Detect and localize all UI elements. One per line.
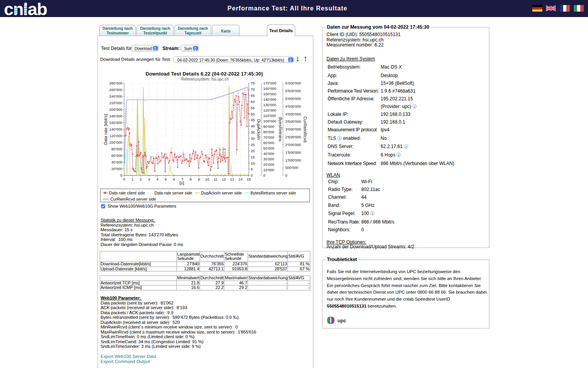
- svg-text:13: 13: [230, 177, 234, 181]
- svg-text:ByesRetrans: ByesRetrans: [278, 117, 283, 142]
- svg-text:120'000: 120'000: [109, 134, 122, 138]
- svg-text:3'000'000: 3'000'000: [285, 127, 301, 131]
- svg-text:20'000: 20'000: [111, 167, 122, 171]
- svg-text:100'000: 100'000: [263, 119, 277, 123]
- svg-text:0: 0: [123, 177, 125, 181]
- svg-text:DupAcksIn: DupAcksIn: [256, 119, 261, 139]
- svg-text:6'000'000: 6'000'000: [285, 81, 301, 85]
- svg-text:4: 4: [156, 177, 158, 181]
- svg-text:11: 11: [214, 177, 217, 181]
- svg-text:5: 5: [165, 177, 167, 181]
- svg-text:80'000: 80'000: [111, 147, 122, 151]
- svg-text:0: 0: [263, 173, 265, 177]
- svg-text:160'000: 160'000: [263, 86, 277, 91]
- svg-text:CurRwinRcvd: CurRwinRcvd: [303, 116, 308, 142]
- svg-text:140'000: 140'000: [263, 97, 277, 101]
- svg-text:100'000: 100'000: [109, 140, 122, 144]
- svg-text:1: 1: [132, 177, 133, 181]
- svg-text:40'000: 40'000: [263, 151, 274, 156]
- svg-text:8: 8: [190, 177, 191, 181]
- svg-text:60: 60: [251, 100, 255, 104]
- svg-text:140'000: 140'000: [109, 127, 122, 131]
- svg-text:170'000: 170'000: [263, 81, 277, 85]
- svg-text:280'000: 280'000: [109, 81, 122, 85]
- svg-text:12: 12: [222, 177, 226, 181]
- svg-text:14: 14: [238, 177, 243, 181]
- svg-text:55: 55: [251, 106, 255, 110]
- svg-text:1'000'000: 1'000'000: [285, 158, 301, 162]
- svg-text:50'000: 50'000: [263, 146, 274, 150]
- svg-text:130'000: 130'000: [263, 103, 277, 107]
- svg-text:Data rate [kbit/s]: Data rate [kbit/s]: [103, 114, 108, 145]
- svg-text:4'500'000: 4'500'000: [285, 104, 301, 108]
- svg-text:45: 45: [251, 118, 255, 122]
- svg-text:260'000: 260'000: [109, 88, 122, 92]
- svg-text:160'000: 160'000: [109, 120, 122, 125]
- svg-text:15: 15: [251, 155, 255, 159]
- svg-text:6: 6: [173, 177, 175, 181]
- svg-text:3'500'000: 3'500'000: [285, 119, 301, 124]
- svg-text:50: 50: [251, 112, 255, 116]
- svg-text:40'000: 40'000: [111, 160, 122, 164]
- svg-text:5: 5: [251, 167, 253, 171]
- svg-text:30'000: 30'000: [263, 157, 274, 161]
- svg-text:2: 2: [140, 177, 142, 181]
- svg-text:0: 0: [285, 173, 287, 177]
- svg-text:1'500'000: 1'500'000: [285, 150, 301, 155]
- svg-text:5'000'000: 5'000'000: [285, 96, 301, 101]
- svg-text:110'000: 110'000: [263, 113, 276, 118]
- svg-text:90'000: 90'000: [263, 124, 274, 129]
- svg-text:9: 9: [198, 177, 200, 181]
- svg-text:60'000: 60'000: [263, 141, 274, 145]
- svg-text:Download Test Details 6.22 (04: Download Test Details 6.22 (04-02-2022 1…: [145, 71, 263, 77]
- svg-text:240'000: 240'000: [109, 94, 122, 98]
- svg-text:20: 20: [251, 149, 255, 153]
- svg-text:15: 15: [247, 177, 251, 181]
- svg-text:4'000'000: 4'000'000: [285, 112, 301, 116]
- svg-text:10'000: 10'000: [263, 168, 274, 172]
- svg-text:220'000: 220'000: [109, 101, 122, 105]
- svg-text:5'500'000: 5'500'000: [285, 89, 301, 93]
- svg-text:65: 65: [251, 93, 255, 98]
- svg-text:40: 40: [251, 124, 255, 128]
- svg-text:500'000: 500'000: [285, 165, 299, 170]
- svg-text:25: 25: [251, 143, 255, 147]
- svg-text:Referenzsystem: hsi.upc.ch: Referenzsystem: hsi.upc.ch: [181, 77, 229, 81]
- svg-text:70'000: 70'000: [263, 135, 274, 139]
- svg-text:180'000: 180'000: [109, 114, 122, 118]
- svg-text:35: 35: [251, 130, 255, 134]
- svg-text:120'000: 120'000: [263, 108, 277, 112]
- svg-text:200'000: 200'000: [109, 107, 122, 112]
- svg-text:2'500'000: 2'500'000: [285, 135, 301, 139]
- svg-text:70: 70: [251, 87, 255, 91]
- svg-text:60'000: 60'000: [111, 153, 122, 158]
- svg-text:150'000: 150'000: [263, 92, 277, 96]
- svg-text:0: 0: [120, 173, 122, 177]
- svg-text:75: 75: [251, 81, 255, 85]
- svg-text:0: 0: [251, 173, 253, 177]
- svg-text:10: 10: [251, 161, 255, 165]
- svg-text:2'000'000: 2'000'000: [285, 143, 301, 147]
- svg-text:20'000: 20'000: [263, 162, 274, 167]
- svg-text:[s]: [s]: [179, 181, 184, 185]
- svg-text:3: 3: [148, 177, 150, 181]
- svg-text:80'000: 80'000: [263, 130, 274, 134]
- svg-text:30: 30: [251, 136, 255, 141]
- svg-text:10: 10: [205, 177, 209, 181]
